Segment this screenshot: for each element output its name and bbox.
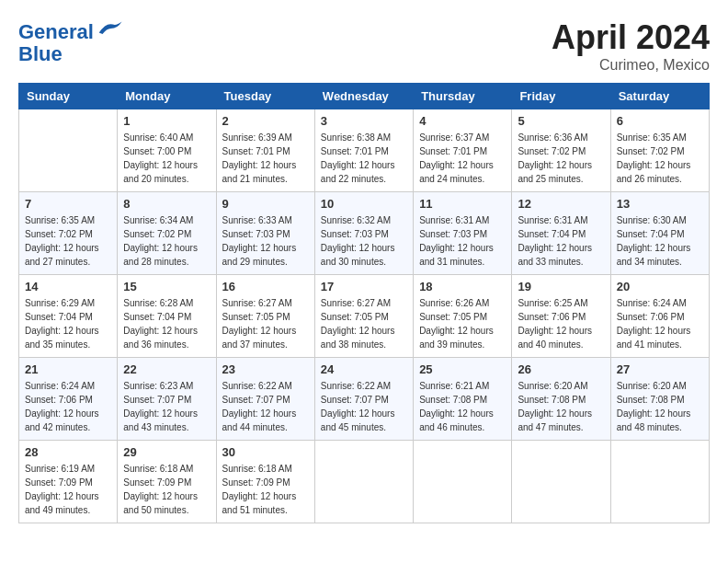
- calendar-cell: [610, 441, 709, 523]
- day-info: Sunrise: 6:31 AMSunset: 7:04 PMDaylight:…: [518, 213, 604, 269]
- day-header-saturday: Saturday: [610, 84, 709, 109]
- calendar-cell: 18Sunrise: 6:26 AMSunset: 7:05 PMDayligh…: [414, 275, 512, 358]
- calendar-cell: 13Sunrise: 6:30 AMSunset: 7:04 PMDayligh…: [610, 192, 709, 275]
- day-number: 8: [123, 197, 210, 211]
- day-number: 2: [222, 114, 309, 128]
- calendar-cell: 22Sunrise: 6:23 AMSunset: 7:07 PMDayligh…: [118, 358, 216, 441]
- calendar-cell: 14Sunrise: 6:29 AMSunset: 7:04 PMDayligh…: [19, 275, 118, 358]
- calendar-cell: 4Sunrise: 6:37 AMSunset: 7:01 PMDaylight…: [414, 109, 512, 192]
- calendar-week-row: 1Sunrise: 6:40 AMSunset: 7:00 PMDaylight…: [19, 109, 710, 192]
- day-number: 24: [321, 362, 407, 376]
- day-number: 15: [123, 280, 210, 293]
- day-info: Sunrise: 6:18 AMSunset: 7:09 PMDaylight:…: [123, 462, 210, 517]
- calendar-cell: 26Sunrise: 6:20 AMSunset: 7:08 PMDayligh…: [512, 358, 610, 441]
- day-number: 13: [617, 197, 703, 211]
- calendar-cell: 9Sunrise: 6:33 AMSunset: 7:03 PMDaylight…: [216, 192, 314, 275]
- day-info: Sunrise: 6:22 AMSunset: 7:07 PMDaylight:…: [222, 379, 309, 434]
- calendar-cell: 25Sunrise: 6:21 AMSunset: 7:08 PMDayligh…: [414, 358, 512, 441]
- calendar-body: 1Sunrise: 6:40 AMSunset: 7:00 PMDaylight…: [19, 109, 710, 523]
- day-info: Sunrise: 6:35 AMSunset: 7:02 PMDaylight:…: [617, 131, 703, 186]
- day-header-thursday: Thursday: [414, 84, 512, 109]
- day-number: 4: [419, 114, 506, 128]
- calendar-cell: [414, 441, 512, 523]
- day-number: 23: [222, 362, 309, 376]
- day-header-sunday: Sunday: [19, 84, 118, 109]
- day-number: 16: [222, 280, 309, 293]
- calendar-cell: 30Sunrise: 6:18 AMSunset: 7:09 PMDayligh…: [216, 441, 314, 523]
- calendar-cell: 27Sunrise: 6:20 AMSunset: 7:08 PMDayligh…: [610, 358, 709, 441]
- page-header: General Blue April 2024 Curimeo, Mexico: [18, 18, 710, 74]
- day-info: Sunrise: 6:24 AMSunset: 7:06 PMDaylight:…: [617, 296, 703, 351]
- day-info: Sunrise: 6:28 AMSunset: 7:04 PMDaylight:…: [123, 296, 210, 351]
- day-info: Sunrise: 6:29 AMSunset: 7:04 PMDaylight:…: [25, 296, 111, 351]
- day-number: 19: [518, 280, 604, 293]
- calendar-cell: 6Sunrise: 6:35 AMSunset: 7:02 PMDaylight…: [610, 109, 709, 192]
- day-info: Sunrise: 6:33 AMSunset: 7:03 PMDaylight:…: [222, 213, 309, 269]
- day-number: 3: [321, 114, 407, 128]
- day-info: Sunrise: 6:30 AMSunset: 7:04 PMDaylight:…: [617, 213, 703, 269]
- calendar-cell: 8Sunrise: 6:34 AMSunset: 7:02 PMDaylight…: [118, 192, 216, 275]
- day-info: Sunrise: 6:18 AMSunset: 7:09 PMDaylight:…: [222, 462, 309, 517]
- day-info: Sunrise: 6:20 AMSunset: 7:08 PMDaylight:…: [518, 379, 604, 434]
- calendar-cell: 29Sunrise: 6:18 AMSunset: 7:09 PMDayligh…: [118, 441, 216, 523]
- calendar-cell: 17Sunrise: 6:27 AMSunset: 7:05 PMDayligh…: [314, 275, 413, 358]
- calendar-cell: 2Sunrise: 6:39 AMSunset: 7:01 PMDaylight…: [216, 109, 314, 192]
- calendar-cell: 20Sunrise: 6:24 AMSunset: 7:06 PMDayligh…: [610, 275, 709, 358]
- day-number: 22: [123, 362, 210, 376]
- day-number: 17: [321, 280, 407, 293]
- day-number: 6: [617, 114, 703, 128]
- day-info: Sunrise: 6:19 AMSunset: 7:09 PMDaylight:…: [25, 462, 111, 517]
- logo-bird-icon: [96, 18, 123, 39]
- day-number: 30: [222, 445, 309, 459]
- day-number: 28: [25, 445, 111, 459]
- day-number: 25: [419, 362, 506, 376]
- day-info: Sunrise: 6:38 AMSunset: 7:01 PMDaylight:…: [321, 131, 407, 186]
- calendar-cell: 11Sunrise: 6:31 AMSunset: 7:03 PMDayligh…: [414, 192, 512, 275]
- calendar-cell: [19, 109, 118, 192]
- calendar-cell: 24Sunrise: 6:22 AMSunset: 7:07 PMDayligh…: [314, 358, 413, 441]
- calendar-week-row: 21Sunrise: 6:24 AMSunset: 7:06 PMDayligh…: [19, 358, 710, 441]
- title-block: April 2024 Curimeo, Mexico: [552, 18, 710, 74]
- calendar-cell: 12Sunrise: 6:31 AMSunset: 7:04 PMDayligh…: [512, 192, 610, 275]
- calendar-cell: 15Sunrise: 6:28 AMSunset: 7:04 PMDayligh…: [118, 275, 216, 358]
- day-number: 1: [123, 114, 210, 128]
- calendar-cell: 21Sunrise: 6:24 AMSunset: 7:06 PMDayligh…: [19, 358, 118, 441]
- day-number: 20: [617, 280, 703, 293]
- calendar-cell: 3Sunrise: 6:38 AMSunset: 7:01 PMDaylight…: [314, 109, 413, 192]
- day-info: Sunrise: 6:34 AMSunset: 7:02 PMDaylight:…: [123, 213, 210, 269]
- day-info: Sunrise: 6:20 AMSunset: 7:08 PMDaylight:…: [617, 379, 703, 434]
- calendar-cell: 28Sunrise: 6:19 AMSunset: 7:09 PMDayligh…: [19, 441, 118, 523]
- calendar-cell: 23Sunrise: 6:22 AMSunset: 7:07 PMDayligh…: [216, 358, 314, 441]
- calendar-cell: 7Sunrise: 6:35 AMSunset: 7:02 PMDaylight…: [19, 192, 118, 275]
- calendar-cell: 1Sunrise: 6:40 AMSunset: 7:00 PMDaylight…: [118, 109, 216, 192]
- calendar-cell: [314, 441, 413, 523]
- day-info: Sunrise: 6:24 AMSunset: 7:06 PMDaylight:…: [25, 379, 111, 434]
- calendar-cell: 5Sunrise: 6:36 AMSunset: 7:02 PMDaylight…: [512, 109, 610, 192]
- day-number: 5: [518, 114, 604, 128]
- calendar-cell: 16Sunrise: 6:27 AMSunset: 7:05 PMDayligh…: [216, 275, 314, 358]
- day-info: Sunrise: 6:31 AMSunset: 7:03 PMDaylight:…: [419, 213, 506, 269]
- calendar-header-row: SundayMondayTuesdayWednesdayThursdayFrid…: [19, 84, 710, 109]
- calendar-week-row: 14Sunrise: 6:29 AMSunset: 7:04 PMDayligh…: [19, 275, 710, 358]
- calendar-cell: 10Sunrise: 6:32 AMSunset: 7:03 PMDayligh…: [314, 192, 413, 275]
- day-number: 14: [25, 280, 111, 293]
- calendar-table: SundayMondayTuesdayWednesdayThursdayFrid…: [18, 83, 710, 523]
- day-header-monday: Monday: [118, 84, 216, 109]
- day-info: Sunrise: 6:21 AMSunset: 7:08 PMDaylight:…: [419, 379, 506, 434]
- page-location: Curimeo, Mexico: [552, 57, 710, 74]
- calendar-week-row: 7Sunrise: 6:35 AMSunset: 7:02 PMDaylight…: [19, 192, 710, 275]
- calendar-week-row: 28Sunrise: 6:19 AMSunset: 7:09 PMDayligh…: [19, 441, 710, 523]
- day-info: Sunrise: 6:37 AMSunset: 7:01 PMDaylight:…: [419, 131, 506, 186]
- day-number: 10: [321, 197, 407, 211]
- day-info: Sunrise: 6:27 AMSunset: 7:05 PMDaylight:…: [321, 296, 407, 351]
- day-info: Sunrise: 6:27 AMSunset: 7:05 PMDaylight:…: [222, 296, 309, 351]
- day-info: Sunrise: 6:22 AMSunset: 7:07 PMDaylight:…: [321, 379, 407, 434]
- day-number: 29: [123, 445, 210, 459]
- logo-text: General Blue: [18, 18, 123, 65]
- day-info: Sunrise: 6:36 AMSunset: 7:02 PMDaylight:…: [518, 131, 604, 186]
- day-header-tuesday: Tuesday: [216, 84, 314, 109]
- day-number: 7: [25, 197, 111, 211]
- day-info: Sunrise: 6:32 AMSunset: 7:03 PMDaylight:…: [321, 213, 407, 269]
- day-number: 21: [25, 362, 111, 376]
- day-number: 12: [518, 197, 604, 211]
